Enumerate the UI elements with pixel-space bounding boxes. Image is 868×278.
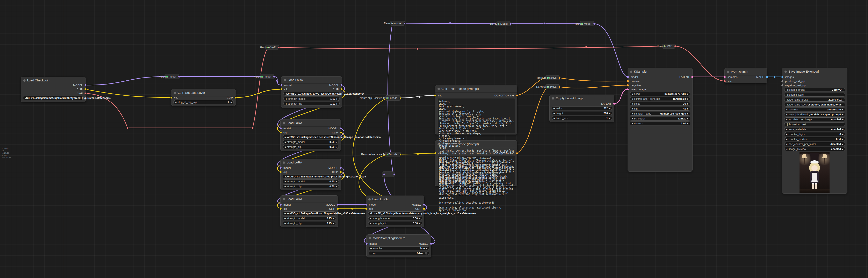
widget-height[interactable]: ◀height768▶ <box>552 111 612 115</box>
decrement-arrow-icon[interactable]: ◀ <box>631 98 633 100</box>
widget-strength_model[interactable]: ◀strength_model0.75▶ <box>283 216 336 220</box>
increment-arrow-icon[interactable]: ▶ <box>379 136 381 138</box>
node-load-lora-4[interactable]: Load LoRAmodelclipMODELCLIP◀Lora\SD_v1.5… <box>280 195 338 227</box>
input-port-clip[interactable] <box>365 208 367 210</box>
input-port-model[interactable] <box>280 167 282 169</box>
widget-sampling[interactable]: ◀samplinglcm▶ <box>369 246 429 250</box>
decrement-arrow-icon[interactable]: ◀ <box>175 101 177 103</box>
increment-arrow-icon[interactable]: ▶ <box>842 109 843 111</box>
decrement-arrow-icon[interactable]: ◀ <box>284 176 286 178</box>
widget-sampler_name[interactable]: ◀sampler_namedpmpp_2m_sde_gpu▶ <box>630 112 690 116</box>
increment-arrow-icon[interactable]: ▶ <box>687 103 689 105</box>
reroute-output-port[interactable] <box>404 23 406 25</box>
input-port-positive[interactable] <box>627 80 629 82</box>
widget-batch_size[interactable]: ◀batch_size1▶ <box>552 116 612 120</box>
decrement-arrow-icon[interactable]: ◀ <box>284 181 286 183</box>
widget-steps[interactable]: ◀steps30▶ <box>630 102 690 106</box>
reroute-input-port[interactable] <box>663 45 665 47</box>
node-empty-latent-image[interactable]: Empty Latent ImageLATENT◀width512▶◀heigh… <box>549 95 614 122</box>
reroute-node-reroute-negative-encode[interactable] <box>385 152 401 157</box>
widget-lora_name[interactable]: ◀Lora\SD_v1.5\allage\JujoHotaru\hyperdet… <box>283 211 336 215</box>
reroute-input-port[interactable] <box>386 97 389 99</box>
widget-control_after_generate[interactable]: ◀control_after_generaterandomize▶ <box>630 97 690 101</box>
output-port-LATENT[interactable] <box>613 102 615 105</box>
reroute-input-port[interactable] <box>267 47 269 49</box>
increment-arrow-icon[interactable]: ▶ <box>842 138 843 140</box>
input-port-clip[interactable] <box>280 131 282 134</box>
increment-arrow-icon[interactable]: ▶ <box>336 141 337 143</box>
widget-job_custom_text[interactable]: job_custom_text <box>784 122 845 126</box>
increment-arrow-icon[interactable]: ▶ <box>336 181 337 183</box>
widget-strength_model[interactable]: ◀strength_model1.10▶ <box>283 97 340 101</box>
reroute-node-reroute-model-left-2[interactable] <box>259 74 274 79</box>
widget-strength_clip[interactable]: ◀strength_clip0.50▶ <box>283 145 339 149</box>
input-port-clip[interactable] <box>434 94 436 97</box>
node-vae-decode[interactable]: VAE DecodesamplesvaeIMAGE <box>724 68 767 83</box>
widget-strength_model[interactable]: ◀strength_model0.50▶ <box>283 180 339 183</box>
reroute-output-port[interactable] <box>399 154 402 156</box>
reroute-node-reroute-collapsed[interactable] <box>382 172 395 177</box>
increment-arrow-icon[interactable]: ▶ <box>364 212 365 214</box>
decrement-arrow-icon[interactable]: ◀ <box>284 141 286 143</box>
widget-counter_digits[interactable]: ◀counter_digits6▶ <box>784 132 845 136</box>
decrement-arrow-icon[interactable]: ◀ <box>284 222 286 224</box>
input-port-vae[interactable] <box>723 80 726 82</box>
widget-strength_clip[interactable]: ◀strength_clip0.50▶ <box>368 221 422 225</box>
increment-arrow-icon[interactable]: ▶ <box>336 185 337 188</box>
output-port-MODEL[interactable] <box>340 167 342 169</box>
reroute-node-reroute-positive[interactable] <box>546 75 560 80</box>
input-port-model[interactable] <box>365 204 367 206</box>
output-port-CLIP[interactable] <box>423 208 425 210</box>
reroute-output-port[interactable] <box>559 77 561 79</box>
increment-arrow-icon[interactable]: ▶ <box>609 107 611 110</box>
widget-counter_position[interactable]: ◀counter_positionfirst▶ <box>784 137 845 141</box>
decrement-arrow-icon[interactable]: ◀ <box>631 123 633 125</box>
widget-strength_model[interactable]: ◀strength_model0.50▶ <box>283 140 339 144</box>
input-port-clip[interactable] <box>280 171 282 173</box>
output-port-CLIP[interactable] <box>340 171 342 173</box>
reroute-input-port[interactable] <box>581 23 583 25</box>
increment-arrow-icon[interactable]: ▶ <box>842 128 843 130</box>
increment-arrow-icon[interactable]: ▶ <box>426 247 427 249</box>
reroute-output-port[interactable] <box>593 23 595 25</box>
decrement-arrow-icon[interactable]: ◀ <box>786 114 787 116</box>
increment-arrow-icon[interactable]: ▶ <box>419 217 421 219</box>
node-load-lora-2[interactable]: Load LoRAmodelclipMODELCLIP◀Lora\SD_v1.5… <box>280 119 341 151</box>
increment-arrow-icon[interactable]: ▶ <box>609 117 611 119</box>
reroute-output-port[interactable] <box>399 97 402 99</box>
reroute-output-port[interactable] <box>273 76 275 78</box>
decrement-arrow-icon[interactable]: ◀ <box>631 103 633 105</box>
node-model-sampling-discrete[interactable]: ModelSamplingDiscretemodelMODEL◀sampling… <box>366 235 431 257</box>
increment-arrow-icon[interactable]: ▶ <box>363 93 365 95</box>
increment-arrow-icon[interactable]: ▶ <box>337 103 338 105</box>
widget-foldername_keys[interactable]: foldername_keysresolution, ckpt_name, lo… <box>784 102 845 106</box>
decrement-arrow-icon[interactable]: ◀ <box>370 212 371 214</box>
output-port-CONDITIONING[interactable] <box>516 152 518 154</box>
increment-arrow-icon[interactable]: ▶ <box>110 97 111 99</box>
increment-arrow-icon[interactable]: ▶ <box>609 112 611 114</box>
output-port-IMAGE[interactable] <box>766 76 768 78</box>
widget-stop_at_clip_layer[interactable]: ◀stop_at_clip_layer-2▶ <box>174 100 234 104</box>
widget-strength_clip[interactable]: ◀strength_clip0.50▶ <box>283 184 339 188</box>
input-port-samples[interactable] <box>723 76 726 78</box>
decrement-arrow-icon[interactable]: ◀ <box>285 93 286 95</box>
increment-arrow-icon[interactable]: ▶ <box>365 176 367 178</box>
increment-arrow-icon[interactable]: ▶ <box>419 222 421 224</box>
output-port-MODEL[interactable] <box>84 84 87 86</box>
reroute-input-port[interactable] <box>261 76 263 78</box>
widget-lora_name[interactable]: ◀Lora\SD_v1.5\allage\ashen-sensored\Sili… <box>283 135 339 139</box>
input-port-latent_image[interactable] <box>627 88 629 90</box>
reroute-node-reroute-model-top-3[interactable] <box>580 21 594 26</box>
decrement-arrow-icon[interactable]: ◀ <box>285 103 286 105</box>
reroute-output-port[interactable] <box>510 23 512 25</box>
widget-strength_model[interactable]: ◀strength_model0.50▶ <box>368 216 422 220</box>
widget-delimiter[interactable]: ◀delimiterunderscore▶ <box>784 107 845 112</box>
input-port-model[interactable] <box>280 84 283 86</box>
increment-arrow-icon[interactable]: ▶ <box>687 98 689 100</box>
reroute-output-port[interactable] <box>178 76 180 78</box>
input-port-clip[interactable] <box>434 152 436 154</box>
widget-job_data_per_image[interactable]: ◀job_data_per_imageenabled▶ <box>784 117 845 121</box>
widget-save_metadata[interactable]: ◀save_metadataenabled▶ <box>784 127 845 131</box>
reroute-input-port[interactable] <box>386 154 389 156</box>
widget-ckpt_name[interactable]: ◀SD_v1.5\allage\anime\JujoHotaru\fluffyb… <box>23 96 84 100</box>
